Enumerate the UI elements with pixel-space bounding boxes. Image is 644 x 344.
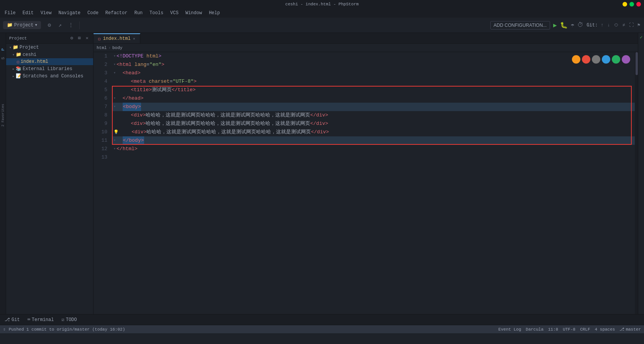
git-label: Git: <box>586 23 598 28</box>
project-panel: Project ⚙ ⊞ ✕ ▾ 📁 Project ▾ 📁 ceshi ◻ in… <box>6 33 94 314</box>
tab-git[interactable]: ⎇ Git <box>3 316 21 323</box>
branch-label: master <box>626 327 641 332</box>
code-editor[interactable]: 1 2 3 4 5 6 7 8 9 10 11 12 13 ▾ <box>94 52 638 314</box>
browser-btn-firefox[interactable] <box>582 55 590 64</box>
fold-arrow-2[interactable]: ▾ <box>113 61 116 69</box>
tab-terminal[interactable]: ⌨ Terminal <box>26 316 56 323</box>
status-theme[interactable]: Darcula <box>526 327 544 332</box>
menu-refactor[interactable]: Refactor <box>102 10 131 16</box>
settings-icon[interactable]: ⚙ <box>45 21 54 30</box>
title-text: 测试网页 <box>152 86 172 94</box>
more-options-icon[interactable]: ⋮ <box>66 21 76 30</box>
menu-tools[interactable]: Tools <box>146 10 166 16</box>
fold-arrow-1[interactable]: ▾ <box>113 52 116 61</box>
library-icon: 📚 <box>16 66 21 72</box>
div-open-10: <div> <box>131 128 146 136</box>
scrollbar-thumb[interactable] <box>636 52 638 75</box>
status-position[interactable]: 11:8 <box>548 327 558 332</box>
expand-button[interactable]: ⛶ <box>628 21 634 29</box>
status-branch[interactable]: ⎇ master <box>619 327 641 332</box>
event-log-label[interactable]: Event Log <box>498 327 521 332</box>
add-configuration-button[interactable]: ADD CONFIGURATION... <box>490 21 550 29</box>
git-icon: ⎇ <box>5 317 10 323</box>
menu-window[interactable]: Window <box>182 10 205 16</box>
tree-item-indexhtml[interactable]: ◻ index.html <box>6 58 93 65</box>
maximize-button[interactable] <box>629 2 634 7</box>
panel-expand-icon[interactable]: ⊞ <box>76 35 82 41</box>
doctype-value: html <box>146 52 158 61</box>
debug-button[interactable]: 🐛 <box>559 21 568 30</box>
fold-arrow-11[interactable]: ▾ <box>113 136 116 145</box>
menu-run[interactable]: Run <box>131 10 146 16</box>
fold-arrow-3[interactable]: ▾ <box>113 69 116 77</box>
right-strip: ✓ <box>638 33 644 314</box>
browser-btn-edge[interactable] <box>592 55 600 64</box>
browser-btn-ie[interactable] <box>622 55 630 64</box>
git-diff-button[interactable]: ≠ <box>622 22 626 29</box>
status-line-sep[interactable]: CRLF <box>580 327 590 332</box>
run-button[interactable]: ▶ <box>552 21 558 30</box>
profile-button[interactable]: ⏱ <box>577 21 584 29</box>
panel-header: Project ⚙ ⊞ ✕ <box>6 33 93 44</box>
chevron-right-icon: ▸ <box>12 67 15 71</box>
panel-close-icon[interactable]: ✕ <box>84 35 90 41</box>
toolbar-icons: ⚙ ↗ ⋮ <box>45 21 76 30</box>
status-indent[interactable]: 4 spaces <box>595 327 615 332</box>
code-line-4: <meta charset="UTF-8"> <box>112 77 638 86</box>
menu-file[interactable]: File <box>2 10 19 16</box>
div-text-8: 哈哈哈，这就是测试网页哈哈哈，这就是测试网页哈哈哈，这就是测试网页 <box>146 111 310 120</box>
tree-item-external-libraries[interactable]: ▸ 📚 External Libraries <box>6 65 93 72</box>
body-open-selected: <body> <box>123 103 141 111</box>
structure-side-icon[interactable]: S <box>1 57 5 60</box>
head-close: </head> <box>123 94 144 103</box>
tree-label-project: Project <box>20 45 39 50</box>
git-push-button[interactable]: ↑ <box>600 22 604 29</box>
fold-arrow-7[interactable]: ▾ <box>113 103 116 111</box>
git-pull-button[interactable]: ↓ <box>606 22 611 29</box>
indent-5 <box>119 86 131 94</box>
menu-code[interactable]: Code <box>84 10 102 16</box>
tab-close-icon[interactable]: ✕ <box>133 36 135 41</box>
terminal-icon: ⌨ <box>28 317 30 323</box>
breadcrumb-body[interactable]: body <box>112 46 122 50</box>
project-side-icon[interactable]: P <box>1 48 5 51</box>
close-button[interactable] <box>636 2 641 7</box>
menu-help[interactable]: Help <box>206 10 223 16</box>
html-close: </html> <box>117 145 138 153</box>
scrollbar-track[interactable] <box>635 52 638 314</box>
project-badge[interactable]: 📁 Project ▼ <box>3 21 41 29</box>
window-controls[interactable] <box>623 2 641 7</box>
tab-bar: ◻ index.html ✕ <box>94 33 638 44</box>
tree-item-project[interactable]: ▾ 📁 Project <box>6 44 93 51</box>
open-in-icon[interactable]: ↗ <box>56 21 65 30</box>
menu-edit[interactable]: Edit <box>20 10 37 16</box>
folder-icon: 📁 <box>16 52 21 57</box>
breadcrumb-html[interactable]: html <box>97 46 107 50</box>
vcs-icon[interactable]: ⚑ <box>637 21 641 29</box>
git-history-button[interactable]: ⏲ <box>613 21 619 29</box>
tab-indexhtml[interactable]: ◻ index.html ✕ <box>94 33 140 43</box>
tree-label-scratches: Scratches and Consoles <box>23 74 83 79</box>
browser-btn-safari[interactable] <box>602 55 610 64</box>
code-line-7: ▾ <body> <box>112 103 638 111</box>
code-line-9: <div>哈哈哈，这就是测试网页哈哈哈，这就是测试网页哈哈哈，这就是测试网页</… <box>112 120 638 128</box>
menu-vcs[interactable]: VCS <box>167 10 182 16</box>
code-content[interactable]: ▾ <!DOCTYPE html> ▾ <html lang="en"> ▾ <… <box>112 52 638 314</box>
menu-navigate[interactable]: Navigate <box>55 10 84 16</box>
title-open: <title> <box>131 86 152 94</box>
minimize-button[interactable] <box>623 2 627 7</box>
menu-view[interactable]: View <box>38 10 55 16</box>
lightbulb-icon[interactable]: 💡 <box>113 128 119 136</box>
tree-item-scratches[interactable]: ▸ 📝 Scratches and Consoles <box>6 72 93 80</box>
tree-item-ceshi[interactable]: ▾ 📁 ceshi <box>6 51 93 58</box>
coverage-button[interactable]: ☂ <box>570 21 575 30</box>
fold-arrow-12[interactable]: ▾ <box>113 145 116 153</box>
tree-label-external-libraries: External Libraries <box>23 66 72 72</box>
tab-todo[interactable]: ☑ TODO <box>60 316 78 323</box>
fold-arrow-6[interactable]: ▾ <box>113 94 116 103</box>
toolbar: 📁 Project ▼ ⚙ ↗ ⋮ ADD CONFIGURATION... ▶… <box>0 18 644 33</box>
panel-settings-icon[interactable]: ⚙ <box>69 35 75 41</box>
browser-btn-chrome[interactable] <box>572 55 580 64</box>
browser-btn-opera[interactable] <box>612 55 620 64</box>
status-encoding[interactable]: UTF-8 <box>563 327 575 332</box>
